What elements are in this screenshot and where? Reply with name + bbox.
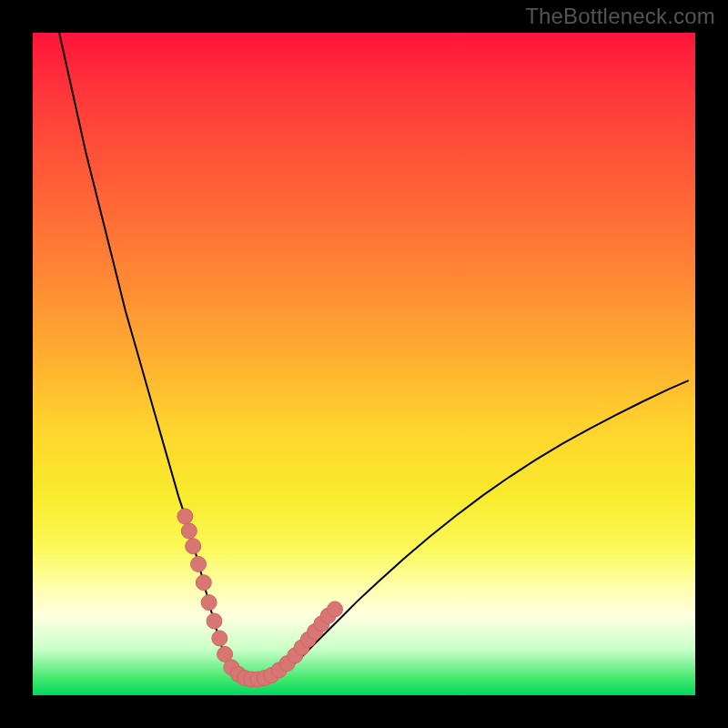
marker-point — [186, 539, 201, 554]
marker-point — [177, 509, 193, 524]
marker-point — [191, 556, 207, 571]
marker-point — [181, 523, 197, 539]
marker-point — [207, 613, 222, 629]
marker-point — [212, 631, 228, 646]
bottleneck-curve — [59, 33, 689, 680]
watermark-text: TheBottleneck.com — [525, 4, 715, 29]
highlight-markers — [177, 509, 343, 687]
chart-frame: TheBottleneck.com — [0, 0, 728, 728]
marker-point — [196, 575, 211, 591]
plot-area — [33, 33, 695, 695]
marker-point — [201, 595, 217, 611]
chart-svg — [33, 33, 695, 695]
marker-point — [328, 602, 343, 617]
